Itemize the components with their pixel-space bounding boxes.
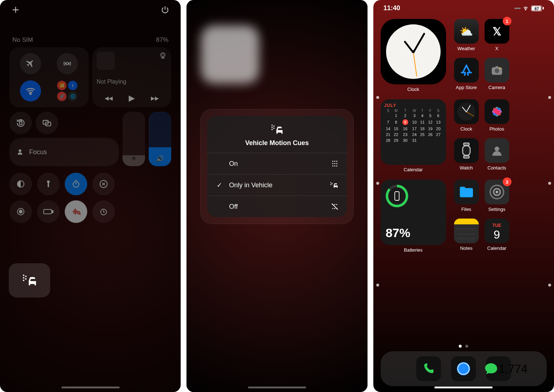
app-x[interactable]: 𝕏1X [485,19,509,51]
option-on[interactable]: On [207,153,346,174]
x-icon: 𝕏 [493,25,501,38]
svg-point-24 [272,129,273,130]
clock-widget[interactable] [381,19,446,84]
option-label: Only in Vehicle [229,181,272,189]
svg-point-30 [334,161,335,162]
dock-app-safari[interactable] [451,356,476,381]
dark-mode-button[interactable] [9,173,32,195]
focus-label: Focus [29,148,47,156]
volume-slider[interactable]: 🔊 [149,112,171,166]
media-group[interactable]: Not Playing ◂◂ ▶ ▸▸ [92,47,172,107]
app-label: Files [461,207,471,212]
contacts-icon [490,144,504,157]
home-screen: 11:40 •••• 87 Clock ⛅Weather [373,0,554,392]
dock-app-messages[interactable]: 1,774 [486,356,511,381]
calendar-day: 3 [410,113,418,119]
home-indicator[interactable] [61,387,120,388]
focus-button[interactable]: Focus [9,138,119,166]
cellular-toggle[interactable]: 📶 [57,81,67,90]
voice-memo-button[interactable] [65,200,87,223]
svg-point-1 [30,93,31,94]
status-bar: 11:40 •••• 87 [373,4,554,12]
svg-point-21 [25,278,27,280]
app-label: App Store [456,85,477,90]
app-appstore[interactable]: App Store [454,58,479,90]
next-track-button[interactable]: ▸▸ [151,93,159,103]
svg-point-23 [272,127,273,128]
app-clock[interactable]: Clock [454,99,479,132]
calendar-dow: M [392,109,400,113]
wifi-icon [522,6,529,11]
calendar-app-dow: TUE [493,223,501,228]
screen-mirroring-button[interactable] [36,112,58,134]
home-indicator[interactable] [434,387,493,388]
brightness-slider[interactable]: ☀ [123,112,145,166]
camera-icon [490,63,504,77]
timer-button[interactable] [65,173,87,195]
option-off[interactable]: Off [207,196,346,217]
app-photos[interactable]: Photos [485,99,509,132]
vehicle-motion-cues-tile[interactable] [9,263,50,297]
dock-app-phone[interactable] [416,356,441,381]
svg-point-38 [332,183,333,184]
batteries-widget[interactable]: 87% [381,180,446,245]
connectivity-group[interactable]: 📶 🔗 ᚼ 🌐 [9,47,89,107]
stopwatch-button[interactable] [92,200,115,223]
calendar-day: 18 [418,126,426,132]
svg-point-40 [334,204,335,205]
bluetooth-toggle[interactable]: ᚼ [68,81,77,90]
app-settings[interactable]: 3Settings [485,180,509,212]
vehicle-motion-cues-icon [269,123,285,136]
calendar-dow: W [410,109,418,113]
svg-point-28 [332,163,333,164]
calendar-day [426,137,434,143]
svg-point-67 [458,363,469,374]
calendar-dow: S [434,109,442,113]
app-contacts[interactable]: Contacts [485,138,509,171]
hotspot-toggle[interactable]: 🔗 [57,92,67,101]
brightness-icon: ☀ [131,155,137,163]
svg-point-37 [330,184,332,185]
app-notes[interactable]: Notes [454,219,479,251]
home-indicator[interactable] [248,387,306,388]
app-camera[interactable]: Camera [485,58,509,90]
low-power-button[interactable] [37,200,60,223]
add-control-button[interactable] [11,5,20,15]
batteries-widget-label: Batteries [404,247,422,253]
airdrop-toggle[interactable] [57,53,78,74]
calendar-widget[interactable]: JULY SMTWTFS1234567891011121314151617181… [381,99,446,165]
vpn-toggle[interactable]: 🌐 [68,92,77,101]
watch-icon [460,143,473,159]
svg-point-31 [334,163,335,164]
screen-record-button[interactable] [9,200,32,223]
flashlight-button[interactable] [37,173,60,195]
battery-label: 87% [156,36,168,44]
airplane-toggle[interactable] [20,53,41,74]
calendar-widget-label: Calendar [404,167,423,172]
orientation-lock-button[interactable] [9,112,32,134]
motion-cue-dot [548,284,551,287]
app-label: Calendar [487,245,506,251]
page-indicator[interactable] [373,345,554,348]
svg-point-35 [336,165,337,167]
wifi-toggle[interactable] [20,80,41,101]
motion-cue-dot [376,96,379,99]
cues-off-icon [331,203,339,211]
control-center-content: No SIM 87% 📶 🔗 [9,36,171,223]
svg-rect-14 [52,211,53,213]
prev-track-button[interactable]: ◂◂ [105,93,113,103]
app-watch[interactable]: Watch [454,138,479,171]
app-calendar[interactable]: TUE9Calendar [485,219,509,251]
airplay-audio-icon[interactable] [159,52,167,70]
app-files[interactable]: Files [454,180,479,212]
shazam-button[interactable] [92,173,115,195]
calendar-day: 27 [434,132,442,137]
power-button[interactable] [160,5,170,15]
app-weather[interactable]: ⛅Weather [454,19,479,51]
svg-point-33 [336,161,337,162]
calendar-dow: F [426,109,434,113]
motion-cue-dot [376,284,379,287]
play-button[interactable]: ▶ [129,93,135,103]
cc-statusbar: No SIM 87% [9,36,171,47]
option-only-vehicle[interactable]: ✓Only in Vehicle [207,174,346,196]
